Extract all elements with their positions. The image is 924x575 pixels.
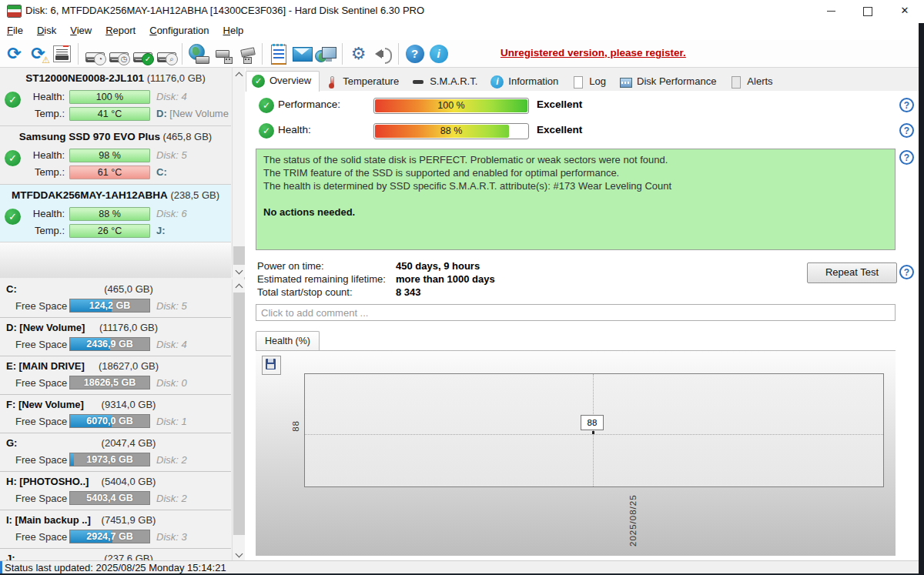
quick-report-icon[interactable] [50, 42, 74, 65]
help-icon[interactable]: ? [899, 123, 914, 138]
scrollbar-thumb[interactable] [233, 293, 245, 535]
drive-volume-name: [New Volume [167, 108, 229, 119]
repeat-test-button[interactable]: Repeat Test [807, 262, 897, 283]
free-space-value: 5403,4 GB [70, 492, 149, 504]
health-label: Health: [278, 124, 311, 135]
scrollbar-thumb[interactable] [233, 246, 245, 265]
free-space-label: Free Space [15, 531, 67, 543]
info-circle-icon: i [490, 75, 504, 89]
scroll-up-icon[interactable] [233, 279, 246, 292]
partition-list: C:(465,0 GB)Free Space124,2 GBDisk: 5D: … [0, 279, 231, 560]
tab-temperature[interactable]: Temperature [320, 72, 407, 92]
refresh-icon[interactable]: ⟳ [2, 42, 26, 65]
title-bar: Disk: 6, MTFDDAK256MAY-1AH12ABHA [14300C… [0, 0, 924, 22]
ok-check-icon: ✓ [259, 123, 274, 139]
menu-bar: FileDiskViewReportConfigurationHelp [0, 22, 924, 40]
stat-row: Estimated remaining lifetime:more than 1… [257, 273, 495, 286]
performance-row: ✓ Performance: 100 % Excellent ? [246, 98, 919, 115]
partition-list-scrollbar[interactable] [232, 279, 245, 560]
free-space-value: 124,2 GB [70, 299, 149, 312]
tab-alerts[interactable]: Alerts [724, 72, 780, 92]
save-chart-button[interactable] [262, 356, 281, 375]
removable-drive-icon[interactable] [210, 42, 234, 65]
free-space-bar: 2924,7 GB [69, 530, 150, 543]
partition-label: I: [Main backup ..] [6, 514, 91, 526]
disk-check-icon[interactable]: ✓ [130, 42, 154, 65]
menu-help[interactable]: Help [216, 22, 251, 40]
partition-row[interactable]: J:(237,6 GB) [0, 549, 231, 560]
disk-entry[interactable]: Samsung SSD 970 EVO Plus (465,8 GB)✓Heal… [0, 126, 231, 185]
page-icon [571, 75, 584, 89]
disk-temp-bar: 41 °C [69, 107, 150, 121]
status-bar: Status last updated: 2025/08/25 Monday 1… [0, 560, 924, 573]
health-label: Health: [0, 149, 65, 161]
tab-label: S.M.A.R.T. [430, 75, 477, 87]
tab-information[interactable]: iInformation [485, 72, 566, 92]
partition-size: (11176,0 GB) [86, 322, 171, 333]
settings-gear-icon[interactable]: ⚙ [346, 42, 370, 65]
help-icon[interactable]: ? [899, 150, 914, 165]
health-label: Health: [0, 208, 65, 219]
menu-file[interactable]: File [0, 22, 30, 40]
temp-label: Temp.: [0, 166, 65, 178]
disk-health-bar: 100 % [69, 90, 150, 104]
scroll-up-icon[interactable] [233, 68, 246, 80]
partition-row[interactable]: I: [Main backup ..](7451,9 GB)Free Space… [0, 510, 231, 549]
performance-bar: 100 % [373, 98, 529, 114]
disk-gauge-icon[interactable]: ◔ [82, 42, 106, 65]
info-icon[interactable]: i [427, 42, 450, 65]
close-button[interactable]: ✕ [887, 0, 922, 22]
partition-row[interactable]: D: [New Volume](11176,0 GB)Free Space243… [0, 318, 231, 356]
free-space-bar: 5403,4 GB [69, 491, 150, 505]
partition-label: H: [PHOTOSHO..] [6, 476, 89, 487]
scroll-down-icon[interactable] [233, 265, 246, 277]
eject-drive-icon[interactable] [234, 42, 258, 65]
disk-entry[interactable]: ST12000NE0008-2JL101 (11176,0 GB)✓Health… [0, 68, 231, 126]
floppy-icon [266, 359, 276, 369]
partition-row[interactable]: F: [New Volume](9314,0 GB)Free Space6070… [0, 395, 231, 433]
menu-configuration[interactable]: Configuration [142, 22, 216, 40]
disk-search-icon[interactable]: ⌕ [154, 42, 178, 65]
main-panel: ✓OverviewTemperatureS.M.A.R.T.iInformati… [246, 68, 919, 560]
partition-row[interactable]: E: [MAIN DRIVE](18627,0 GB)Free Space186… [0, 356, 231, 395]
disk-list-scrollbar[interactable] [232, 68, 245, 277]
tab-label: Disk Performance [637, 75, 716, 87]
chart-tab-health[interactable]: Health (%) [256, 331, 320, 351]
stat-value: more than 1000 days [396, 273, 495, 285]
help-icon[interactable]: ? [403, 42, 427, 65]
maximize-button[interactable] [850, 0, 886, 22]
help-icon[interactable]: ? [899, 98, 914, 112]
email-icon[interactable] [290, 42, 314, 65]
tab-log[interactable]: Log [566, 72, 614, 92]
menu-disk[interactable]: Disk [30, 22, 63, 40]
menu-report[interactable]: Report [99, 22, 142, 40]
help-icon[interactable]: ? [899, 265, 914, 279]
tab-label: Log [589, 75, 606, 87]
disk-entry[interactable]: MTFDDAK256MAY-1AH12ABHA (238,5 GB)✓Healt… [0, 185, 231, 243]
scroll-down-icon[interactable] [233, 548, 246, 560]
menu-view[interactable]: View [63, 22, 99, 40]
report-notepad-icon[interactable] [266, 42, 290, 65]
register-link[interactable]: Unregistered version, please register. [500, 47, 686, 59]
health-rating: Excellent [537, 124, 582, 135]
network-status-icon[interactable] [314, 42, 338, 65]
minimize-button[interactable] [813, 0, 849, 22]
tab-disk-performance[interactable]: Disk Performance [614, 72, 724, 92]
partition-row[interactable]: C:(465,0 GB)Free Space124,2 GBDisk: 5 [0, 279, 231, 318]
toolbar-separator [182, 43, 182, 65]
sound-icon[interactable] [370, 42, 394, 65]
network-drive-icon[interactable] [186, 42, 210, 65]
tab-overview[interactable]: ✓Overview [246, 71, 320, 92]
chart-icon [619, 75, 632, 89]
partition-label: J: [6, 553, 15, 560]
refresh-error-icon[interactable]: ⟳⚠ [26, 42, 50, 65]
partition-size: (465,0 GB) [86, 283, 171, 295]
disk-name: Samsung SSD 970 EVO Plus (465,8 GB) [0, 126, 231, 142]
disk-clock-icon[interactable]: ◷ [106, 42, 130, 65]
comment-input[interactable]: Click to add comment ... [256, 304, 896, 321]
partition-row[interactable]: G:(2047,4 GB)Free Space1973,6 GBDisk: 2 [0, 433, 231, 472]
smart-icon [412, 75, 425, 89]
tab-s-m-a-r-t[interactable]: S.M.A.R.T. [407, 72, 485, 92]
partition-row[interactable]: H: [PHOTOSHO..](5404,0 GB)Free Space5403… [0, 472, 231, 510]
no-actions-text: No actions needed. [263, 206, 888, 219]
